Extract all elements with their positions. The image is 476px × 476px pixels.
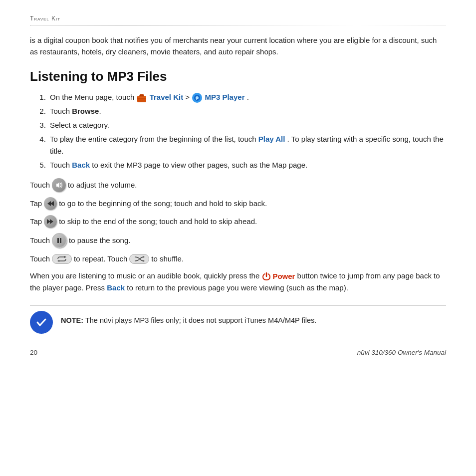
step-2: Touch Browse. xyxy=(48,105,446,117)
svg-rect-3 xyxy=(138,96,146,98)
mp3-player-link-label: MP3 Player xyxy=(205,93,244,101)
footer-page-number: 20 xyxy=(30,349,37,356)
step-3: Select a category. xyxy=(48,119,446,131)
shuffle-icon xyxy=(129,254,149,264)
rewind-icon xyxy=(44,197,57,210)
power-para: When you are listening to music or an au… xyxy=(30,270,446,294)
back-label-power: Back xyxy=(107,283,125,292)
pause-para: Touch to pause the song. xyxy=(30,233,446,248)
svg-marker-9 xyxy=(56,182,59,188)
rewind-para: Tap to go to the beginning of the song; … xyxy=(30,197,446,210)
intro-paragraph: is a digital coupon book that notifies y… xyxy=(30,34,446,58)
step-1-text-before: On the Menu page, touch xyxy=(50,93,136,101)
travel-kit-icon xyxy=(136,93,149,101)
section-title: Listening to MP3 Files xyxy=(30,69,446,84)
svg-marker-19 xyxy=(143,260,145,262)
repeat-shuffle-para: Touch to repeat. Touch to shuffle. xyxy=(30,253,446,265)
svg-text:♪: ♪ xyxy=(196,95,198,100)
svg-marker-13 xyxy=(47,219,50,224)
browse-label: Browse xyxy=(72,107,99,115)
note-icon xyxy=(30,311,53,334)
svg-marker-16 xyxy=(64,256,66,258)
mp3-player-icon: ♪ xyxy=(192,93,205,101)
ffwd-icon xyxy=(44,215,57,228)
note-label: NOTE: xyxy=(61,316,83,324)
repeat-icon xyxy=(52,254,72,264)
page-header: Travel Kit xyxy=(30,15,446,25)
power-icon xyxy=(261,271,271,281)
footer-manual-title: nüvi 310/360 Owner's Manual xyxy=(357,349,446,356)
header-title: Travel Kit xyxy=(30,15,60,22)
step-1-separator: > xyxy=(185,93,192,101)
note-box: NOTE: The nüvi plays MP3 files only; it … xyxy=(30,305,446,334)
note-body: The nüvi plays MP3 files only; it does n… xyxy=(83,316,316,324)
svg-marker-12 xyxy=(50,219,53,224)
step-1-period: . xyxy=(247,93,249,101)
svg-marker-18 xyxy=(143,256,145,258)
svg-rect-14 xyxy=(57,238,59,243)
svg-marker-11 xyxy=(50,201,54,206)
step-4: To play the entire category from the beg… xyxy=(48,133,446,157)
power-label: Power xyxy=(272,270,295,282)
ffwd-para: Tap to skip to the end of the song; touc… xyxy=(30,215,446,228)
svg-marker-17 xyxy=(57,260,59,262)
pause-icon xyxy=(52,233,67,248)
svg-rect-15 xyxy=(60,238,61,243)
travel-kit-link-label: Travel Kit xyxy=(150,93,184,101)
svg-marker-10 xyxy=(47,201,51,206)
back-link-step5: Back xyxy=(72,161,90,169)
volume-icon xyxy=(52,178,66,192)
volume-para: Touch to adjust the volume. xyxy=(30,178,446,192)
page-footer: 20 nüvi 310/360 Owner's Manual xyxy=(30,349,446,356)
play-all-link: Play All xyxy=(258,135,285,143)
step-5: Touch Back to exit the MP3 page to view … xyxy=(48,159,446,171)
step-1: On the Menu page, touch Travel Kit > xyxy=(48,91,446,103)
note-text: NOTE: The nüvi plays MP3 files only; it … xyxy=(61,311,316,326)
steps-list: On the Menu page, touch Travel Kit > xyxy=(48,91,446,171)
